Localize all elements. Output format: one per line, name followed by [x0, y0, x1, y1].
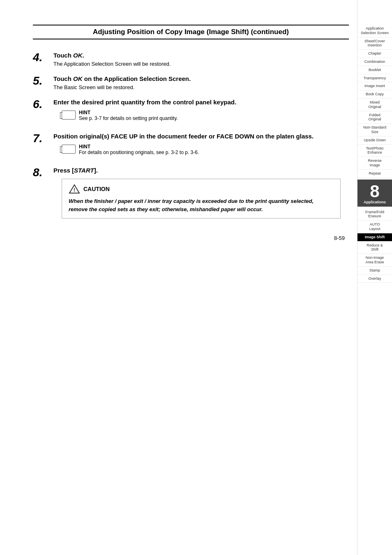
sidebar-item-frame-fold[interactable]: Frame/FoldErasure: [357, 208, 392, 221]
hint-icon-1: [62, 111, 76, 120]
sidebar-chapter-number: 8: [358, 183, 391, 200]
step-6: 6. Enter the desired print quantity from…: [33, 98, 349, 124]
step-4-heading: Touch OK.: [53, 51, 349, 60]
step-5: 5. Touch OK on the Application Selection…: [33, 74, 349, 90]
hint-label-2: HINT: [79, 144, 199, 150]
sidebar-item-mixed-original[interactable]: MixedOriginal: [357, 99, 392, 111]
caution-header: ! CAUTION: [69, 184, 334, 194]
step-4-content: Touch OK. The Application Selection Scre…: [53, 51, 349, 67]
sidebar-item-image-insert[interactable]: Image Insert: [357, 82, 392, 90]
hint-content-2: HINT For details on positioning original…: [79, 144, 199, 155]
sidebar-item-reverse-image[interactable]: ReverseImage: [357, 157, 392, 170]
step-6-content: Enter the desired print quantity from th…: [53, 98, 349, 124]
hint-text-2: For details on positioning originals, se…: [79, 150, 199, 155]
sidebar-item-overlay[interactable]: Overlay: [357, 275, 392, 283]
hint-icon-2: [62, 145, 76, 154]
step-7-number: 7.: [33, 132, 53, 144]
step-4: 4. Touch OK. The Application Selection S…: [33, 51, 349, 67]
hint-2: HINT For details on positioning original…: [62, 144, 349, 155]
sidebar-item-book-copy[interactable]: Book Copy: [357, 90, 392, 99]
hint-label-1: HINT: [79, 110, 178, 115]
step-8: 8. Press [START]. ! CAUTION When the fin…: [33, 166, 349, 223]
step-8-content: Press [START]. ! CAUTION When the finish…: [53, 166, 349, 223]
sidebar-item-sheet-cover[interactable]: Sheet/CoverInsertion: [357, 37, 392, 50]
step-4-sub: The Application Selection Screen will be…: [53, 61, 349, 67]
sidebar-item-repeat[interactable]: Repeat: [357, 170, 392, 178]
step-6-heading: Enter the desired print quantity from th…: [53, 98, 349, 106]
svg-text:!: !: [74, 187, 75, 193]
step-7: 7. Position original(s) FACE UP in the d…: [33, 132, 349, 159]
sidebar-item-folded-original[interactable]: FoldedOriginal: [357, 111, 392, 124]
step-5-number: 5.: [33, 74, 53, 87]
hint-1: HINT See p. 3-7 for details on setting p…: [62, 110, 349, 121]
sidebar-chapter-label: Applications: [358, 200, 391, 206]
sidebar-item-stamp[interactable]: Stamp: [357, 267, 392, 275]
sidebar-item-non-standard-size[interactable]: Non-StandardSize: [357, 124, 392, 136]
step-6-number: 6.: [33, 98, 53, 110]
step-5-sub: The Basic Screen will be restored.: [53, 84, 349, 90]
sidebar-item-non-image-area[interactable]: Non-ImageArea Erase: [357, 254, 392, 267]
sidebar-item-chapter[interactable]: Chapter: [357, 50, 392, 58]
sidebar-item-text-photo[interactable]: Text/PhotoEnhance: [357, 145, 392, 157]
sidebar-item-upside-down[interactable]: Upside Down: [357, 136, 392, 145]
hint-content-1: HINT See p. 3-7 for details on setting p…: [79, 110, 178, 121]
caution-body: When the finisher / paper exit / inner t…: [69, 197, 334, 213]
page-number: 8-59: [33, 235, 349, 241]
page-title: Adjusting Position of Copy Image (Image …: [33, 25, 349, 39]
step-5-heading: Touch OK on the Application Selection Sc…: [53, 74, 349, 83]
sidebar-chapter-block: 8 Applications: [357, 180, 392, 207]
sidebar-item-booklet[interactable]: Booklet: [357, 66, 392, 74]
main-content: Adjusting Position of Copy Image (Image …: [0, 0, 357, 555]
sidebar-item-application-selection[interactable]: ApplicationSelection Screen: [357, 25, 392, 37]
step-8-heading: Press [START].: [53, 166, 349, 175]
sidebar-item-transparency[interactable]: Transparency: [357, 74, 392, 83]
sidebar-item-image-shift[interactable]: Image Shift: [357, 233, 392, 242]
step-8-number: 8.: [33, 166, 53, 178]
step-5-content: Touch OK on the Application Selection Sc…: [53, 74, 349, 90]
step-7-content: Position original(s) FACE UP in the docu…: [53, 132, 349, 159]
sidebar-item-combination[interactable]: Combination: [357, 58, 392, 66]
step-4-number: 4.: [33, 51, 53, 63]
hint-text-1: See p. 3-7 for details on setting print …: [79, 115, 178, 121]
caution-box: ! CAUTION When the finisher / paper exit…: [62, 179, 341, 219]
sidebar-item-reduce-shift[interactable]: Reduce &Shift: [357, 242, 392, 254]
sidebar: ApplicationSelection Screen Sheet/CoverI…: [357, 0, 392, 555]
sidebar-item-auto-layout[interactable]: AUTOLayout: [357, 221, 392, 233]
caution-triangle-icon: !: [69, 184, 80, 194]
caution-label: CAUTION: [83, 186, 110, 192]
step-7-heading: Position original(s) FACE UP in the docu…: [53, 132, 349, 140]
